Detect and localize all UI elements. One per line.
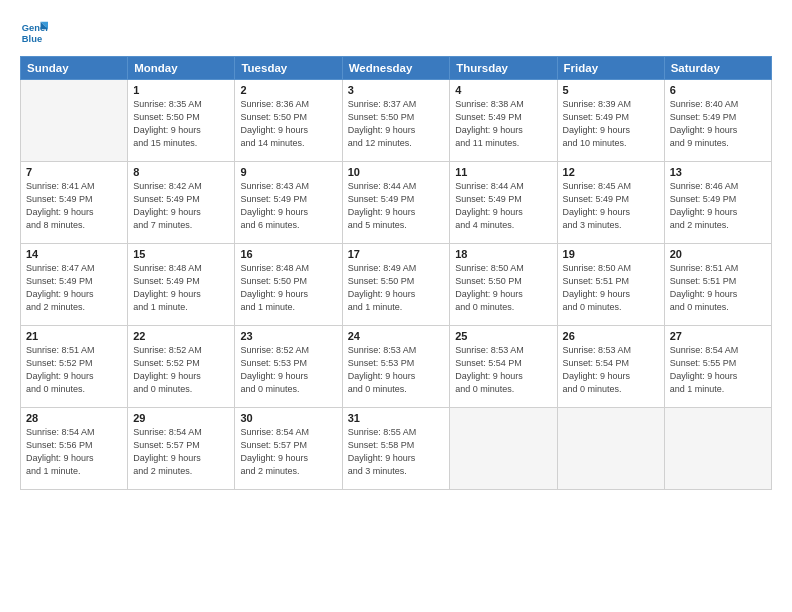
- calendar-cell-4-7: 27Sunrise: 8:54 AMSunset: 5:55 PMDayligh…: [664, 326, 771, 408]
- calendar-cell-1-7: 6Sunrise: 8:40 AMSunset: 5:49 PMDaylight…: [664, 80, 771, 162]
- calendar-cell-4-2: 22Sunrise: 8:52 AMSunset: 5:52 PMDayligh…: [128, 326, 235, 408]
- calendar-cell-2-2: 8Sunrise: 8:42 AMSunset: 5:49 PMDaylight…: [128, 162, 235, 244]
- day-info: Sunrise: 8:44 AMSunset: 5:49 PMDaylight:…: [455, 180, 551, 232]
- calendar-cell-1-3: 2Sunrise: 8:36 AMSunset: 5:50 PMDaylight…: [235, 80, 342, 162]
- page: General Blue SundayMondayTuesdayWednesda…: [0, 0, 792, 612]
- day-number: 2: [240, 84, 336, 96]
- day-number: 30: [240, 412, 336, 424]
- day-number: 11: [455, 166, 551, 178]
- calendar-cell-3-3: 16Sunrise: 8:48 AMSunset: 5:50 PMDayligh…: [235, 244, 342, 326]
- calendar-cell-5-3: 30Sunrise: 8:54 AMSunset: 5:57 PMDayligh…: [235, 408, 342, 490]
- calendar-cell-4-3: 23Sunrise: 8:52 AMSunset: 5:53 PMDayligh…: [235, 326, 342, 408]
- calendar-cell-5-2: 29Sunrise: 8:54 AMSunset: 5:57 PMDayligh…: [128, 408, 235, 490]
- day-info: Sunrise: 8:46 AMSunset: 5:49 PMDaylight:…: [670, 180, 766, 232]
- calendar-header-friday: Friday: [557, 57, 664, 80]
- calendar-cell-2-5: 11Sunrise: 8:44 AMSunset: 5:49 PMDayligh…: [450, 162, 557, 244]
- calendar-cell-1-5: 4Sunrise: 8:38 AMSunset: 5:49 PMDaylight…: [450, 80, 557, 162]
- day-info: Sunrise: 8:40 AMSunset: 5:49 PMDaylight:…: [670, 98, 766, 150]
- day-info: Sunrise: 8:52 AMSunset: 5:52 PMDaylight:…: [133, 344, 229, 396]
- day-number: 27: [670, 330, 766, 342]
- calendar-cell-2-1: 7Sunrise: 8:41 AMSunset: 5:49 PMDaylight…: [21, 162, 128, 244]
- day-number: 26: [563, 330, 659, 342]
- calendar-header-thursday: Thursday: [450, 57, 557, 80]
- calendar-cell-3-1: 14Sunrise: 8:47 AMSunset: 5:49 PMDayligh…: [21, 244, 128, 326]
- day-info: Sunrise: 8:43 AMSunset: 5:49 PMDaylight:…: [240, 180, 336, 232]
- day-info: Sunrise: 8:51 AMSunset: 5:52 PMDaylight:…: [26, 344, 122, 396]
- day-number: 5: [563, 84, 659, 96]
- day-info: Sunrise: 8:53 AMSunset: 5:53 PMDaylight:…: [348, 344, 445, 396]
- calendar-header-row: SundayMondayTuesdayWednesdayThursdayFrid…: [21, 57, 772, 80]
- day-number: 3: [348, 84, 445, 96]
- day-info: Sunrise: 8:54 AMSunset: 5:55 PMDaylight:…: [670, 344, 766, 396]
- day-info: Sunrise: 8:54 AMSunset: 5:56 PMDaylight:…: [26, 426, 122, 478]
- day-number: 4: [455, 84, 551, 96]
- calendar-cell-1-2: 1Sunrise: 8:35 AMSunset: 5:50 PMDaylight…: [128, 80, 235, 162]
- calendar-cell-4-4: 24Sunrise: 8:53 AMSunset: 5:53 PMDayligh…: [342, 326, 450, 408]
- calendar-cell-1-4: 3Sunrise: 8:37 AMSunset: 5:50 PMDaylight…: [342, 80, 450, 162]
- header: General Blue: [20, 18, 772, 46]
- day-number: 22: [133, 330, 229, 342]
- day-number: 6: [670, 84, 766, 96]
- day-info: Sunrise: 8:54 AMSunset: 5:57 PMDaylight:…: [133, 426, 229, 478]
- logo: General Blue: [20, 18, 51, 46]
- day-info: Sunrise: 8:48 AMSunset: 5:50 PMDaylight:…: [240, 262, 336, 314]
- calendar-cell-2-7: 13Sunrise: 8:46 AMSunset: 5:49 PMDayligh…: [664, 162, 771, 244]
- calendar-cell-3-5: 18Sunrise: 8:50 AMSunset: 5:50 PMDayligh…: [450, 244, 557, 326]
- calendar-cell-4-1: 21Sunrise: 8:51 AMSunset: 5:52 PMDayligh…: [21, 326, 128, 408]
- day-info: Sunrise: 8:53 AMSunset: 5:54 PMDaylight:…: [563, 344, 659, 396]
- day-number: 20: [670, 248, 766, 260]
- calendar-header-saturday: Saturday: [664, 57, 771, 80]
- day-info: Sunrise: 8:54 AMSunset: 5:57 PMDaylight:…: [240, 426, 336, 478]
- day-number: 9: [240, 166, 336, 178]
- calendar-cell-5-7: [664, 408, 771, 490]
- svg-text:Blue: Blue: [22, 34, 42, 44]
- day-number: 25: [455, 330, 551, 342]
- day-info: Sunrise: 8:55 AMSunset: 5:58 PMDaylight:…: [348, 426, 445, 478]
- calendar-cell-4-6: 26Sunrise: 8:53 AMSunset: 5:54 PMDayligh…: [557, 326, 664, 408]
- day-number: 8: [133, 166, 229, 178]
- calendar-cell-5-4: 31Sunrise: 8:55 AMSunset: 5:58 PMDayligh…: [342, 408, 450, 490]
- day-number: 13: [670, 166, 766, 178]
- day-info: Sunrise: 8:35 AMSunset: 5:50 PMDaylight:…: [133, 98, 229, 150]
- day-number: 31: [348, 412, 445, 424]
- day-info: Sunrise: 8:38 AMSunset: 5:49 PMDaylight:…: [455, 98, 551, 150]
- day-info: Sunrise: 8:47 AMSunset: 5:49 PMDaylight:…: [26, 262, 122, 314]
- calendar-cell-1-6: 5Sunrise: 8:39 AMSunset: 5:49 PMDaylight…: [557, 80, 664, 162]
- calendar-header-tuesday: Tuesday: [235, 57, 342, 80]
- week-row-3: 14Sunrise: 8:47 AMSunset: 5:49 PMDayligh…: [21, 244, 772, 326]
- day-number: 24: [348, 330, 445, 342]
- calendar-header-wednesday: Wednesday: [342, 57, 450, 80]
- day-info: Sunrise: 8:37 AMSunset: 5:50 PMDaylight:…: [348, 98, 445, 150]
- calendar-cell-2-6: 12Sunrise: 8:45 AMSunset: 5:49 PMDayligh…: [557, 162, 664, 244]
- day-number: 1: [133, 84, 229, 96]
- day-info: Sunrise: 8:50 AMSunset: 5:51 PMDaylight:…: [563, 262, 659, 314]
- day-number: 10: [348, 166, 445, 178]
- day-number: 19: [563, 248, 659, 260]
- calendar-cell-2-3: 9Sunrise: 8:43 AMSunset: 5:49 PMDaylight…: [235, 162, 342, 244]
- day-number: 28: [26, 412, 122, 424]
- day-number: 16: [240, 248, 336, 260]
- day-info: Sunrise: 8:44 AMSunset: 5:49 PMDaylight:…: [348, 180, 445, 232]
- calendar-cell-4-5: 25Sunrise: 8:53 AMSunset: 5:54 PMDayligh…: [450, 326, 557, 408]
- calendar-header-sunday: Sunday: [21, 57, 128, 80]
- day-info: Sunrise: 8:53 AMSunset: 5:54 PMDaylight:…: [455, 344, 551, 396]
- day-info: Sunrise: 8:42 AMSunset: 5:49 PMDaylight:…: [133, 180, 229, 232]
- day-info: Sunrise: 8:45 AMSunset: 5:49 PMDaylight:…: [563, 180, 659, 232]
- day-info: Sunrise: 8:48 AMSunset: 5:49 PMDaylight:…: [133, 262, 229, 314]
- day-info: Sunrise: 8:52 AMSunset: 5:53 PMDaylight:…: [240, 344, 336, 396]
- calendar-cell-5-6: [557, 408, 664, 490]
- week-row-1: 1Sunrise: 8:35 AMSunset: 5:50 PMDaylight…: [21, 80, 772, 162]
- week-row-5: 28Sunrise: 8:54 AMSunset: 5:56 PMDayligh…: [21, 408, 772, 490]
- calendar-table: SundayMondayTuesdayWednesdayThursdayFrid…: [20, 56, 772, 490]
- day-number: 14: [26, 248, 122, 260]
- calendar-cell-5-5: [450, 408, 557, 490]
- calendar-cell-3-6: 19Sunrise: 8:50 AMSunset: 5:51 PMDayligh…: [557, 244, 664, 326]
- calendar-cell-3-7: 20Sunrise: 8:51 AMSunset: 5:51 PMDayligh…: [664, 244, 771, 326]
- day-number: 7: [26, 166, 122, 178]
- week-row-4: 21Sunrise: 8:51 AMSunset: 5:52 PMDayligh…: [21, 326, 772, 408]
- day-number: 17: [348, 248, 445, 260]
- calendar-cell-2-4: 10Sunrise: 8:44 AMSunset: 5:49 PMDayligh…: [342, 162, 450, 244]
- day-info: Sunrise: 8:50 AMSunset: 5:50 PMDaylight:…: [455, 262, 551, 314]
- day-number: 18: [455, 248, 551, 260]
- day-number: 15: [133, 248, 229, 260]
